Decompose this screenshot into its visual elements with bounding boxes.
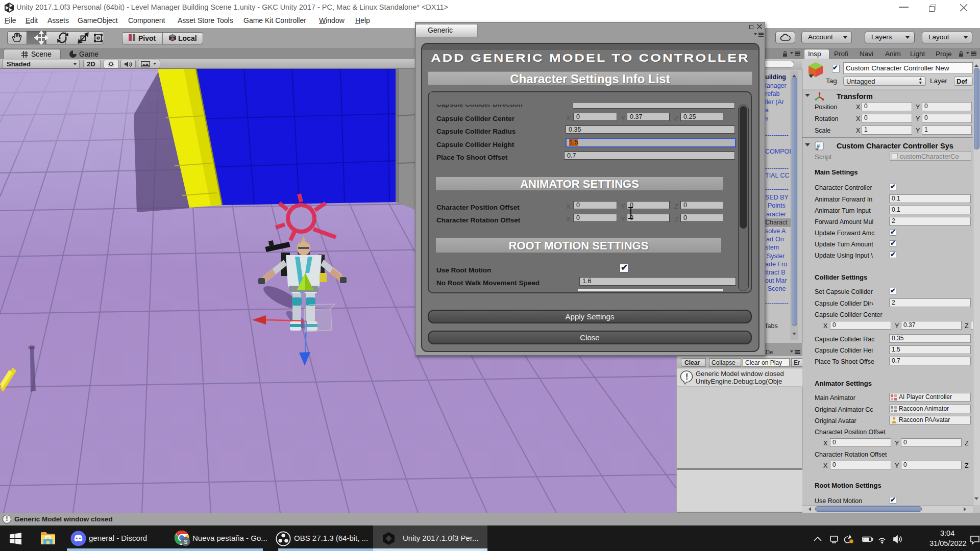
svg-text:#: # xyxy=(817,143,820,149)
svg-text:!: ! xyxy=(685,372,688,381)
svg-text:S: S xyxy=(184,539,187,545)
